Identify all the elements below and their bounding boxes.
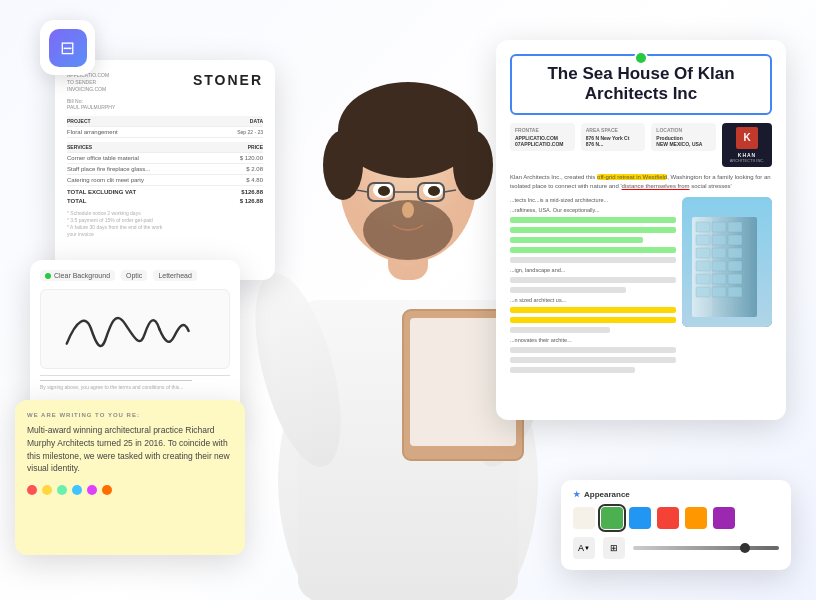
svg-rect-6 (712, 235, 726, 245)
appearance-panel: Appearance A ▼ ⊞ (561, 480, 791, 570)
document-content-area: ...tects Inc...is a mid-sized architectu… (510, 197, 772, 327)
slider-thumb[interactable] (740, 543, 750, 553)
highlight-1: off-grid retreat in Westfield (597, 174, 667, 180)
app-icon-symbol: ⊟ (60, 37, 75, 59)
svg-rect-3 (712, 222, 726, 232)
signature-card: Clear Background Optic Letterhead By sig… (30, 260, 240, 420)
document-text-column: ...tects Inc...is a mid-sized architectu… (510, 197, 676, 327)
note-dot-orange[interactable] (102, 485, 112, 495)
note-label: WE ARE WRITING TO YOU RE: (27, 412, 233, 418)
building-image (682, 197, 772, 327)
appearance-tools: A ▼ ⊞ (573, 537, 779, 559)
note-dot-blue[interactable] (72, 485, 82, 495)
project-value: Floral arrangement (67, 129, 118, 135)
price-label: PRICE (248, 144, 263, 150)
text-line-9 (510, 317, 676, 323)
text-line-2 (510, 227, 676, 233)
note-dot-yellow[interactable] (42, 485, 52, 495)
invoice-project-row: Floral arrangement Sep 22 - 23 (67, 127, 263, 138)
note-dot-red[interactable] (27, 485, 37, 495)
svg-rect-9 (712, 248, 726, 258)
svg-rect-4 (728, 222, 742, 232)
clear-background-button[interactable]: Clear Background (40, 270, 115, 281)
swatch-cream[interactable] (573, 507, 595, 529)
svg-point-37 (378, 186, 390, 196)
svg-point-38 (428, 186, 440, 196)
invoice-item-2: Staff place fire fireplace glass... $ 2.… (67, 164, 263, 175)
total-label: TOTAL (67, 198, 86, 204)
text-line-4 (510, 247, 676, 253)
khan-architects-logo: K KHAN ARCHITECTS INC. (722, 123, 772, 167)
svg-rect-19 (728, 287, 742, 297)
invoice-note: * Schedule notice 2 working days * 3.5 p… (67, 210, 263, 238)
text-line-10 (510, 327, 610, 333)
invoice-total-row: TOTAL EXCLUDING VAT $126.88 (67, 189, 263, 195)
text-line-7 (510, 287, 626, 293)
note-text: Multi-award winning architectural practi… (27, 424, 233, 475)
swatch-green[interactable] (601, 507, 623, 529)
svg-rect-16 (728, 274, 742, 284)
text-line-12 (510, 357, 676, 363)
invoice-card: APPLICATIO.COMTO SENDERINVOICING.COM Bil… (55, 60, 275, 280)
highlight-2: distance themselves from (622, 183, 690, 189)
invoice-services-header: SERVICES PRICE (67, 142, 263, 153)
building-svg (682, 197, 772, 327)
document-title-box: The Sea House Of Klan Architects Inc (510, 54, 772, 115)
data-value: Sep 22 - 23 (237, 129, 263, 135)
svg-point-33 (453, 130, 493, 200)
text-line-1 (510, 217, 676, 223)
total-value: $ 126.88 (240, 198, 263, 204)
clear-dot (45, 273, 51, 279)
svg-rect-15 (712, 274, 726, 284)
svg-rect-18 (712, 287, 726, 297)
logo-icon: K (736, 127, 758, 149)
swatch-blue[interactable] (629, 507, 651, 529)
opacity-slider[interactable] (633, 546, 779, 550)
invoice-project-header: PROJECT DATA (67, 116, 263, 127)
svg-rect-20 (692, 217, 712, 317)
text-line-3 (510, 237, 643, 243)
signature-canvas[interactable] (40, 289, 230, 369)
app-icon-card: ⊟ (40, 20, 95, 75)
invoice-item-3: Catering room clit meet party $ 4.80 (67, 175, 263, 186)
signature-toolbar: Clear Background Optic Letterhead (40, 270, 230, 281)
total-exc-value: $126.88 (241, 189, 263, 195)
appearance-title: Appearance (573, 490, 779, 499)
signature-svg (41, 290, 229, 368)
app-icon-inner: ⊟ (49, 29, 87, 67)
swatch-red[interactable] (657, 507, 679, 529)
doc-meta-frontae: Frontae APPLICATIO.COM07APPLICATIO.COM (510, 123, 575, 151)
total-exc-label: TOTAL EXCLUDING VAT (67, 189, 136, 195)
text-line-11 (510, 347, 676, 353)
doc-meta-area: Area Space 876 N New York Ct876 N... (581, 123, 646, 151)
document-meta: Frontae APPLICATIO.COM07APPLICATIO.COM A… (510, 123, 772, 167)
swatch-purple[interactable] (713, 507, 735, 529)
invoice-final-total: TOTAL $ 126.88 (67, 198, 263, 204)
text-line-6 (510, 277, 676, 283)
invoice-header: APPLICATIO.COMTO SENDERINVOICING.COM Bil… (67, 72, 263, 110)
svg-rect-12 (712, 261, 726, 271)
project-label: PROJECT (67, 118, 91, 124)
color-swatches (573, 507, 779, 529)
invoice-bill-info: Bill No:PAUL PAULMURPHY (67, 98, 115, 110)
grid-tool-button[interactable]: ⊞ (603, 537, 625, 559)
note-dot-green[interactable] (57, 485, 67, 495)
font-tool-button[interactable]: A ▼ (573, 537, 595, 559)
text-line-13 (510, 367, 635, 373)
services-label: SERVICES (67, 144, 92, 150)
svg-rect-13 (728, 261, 742, 271)
swatch-orange[interactable] (685, 507, 707, 529)
optic-button[interactable]: Optic (121, 270, 147, 281)
document-card: The Sea House Of Klan Architects Inc Fro… (496, 40, 786, 420)
letterhead-button[interactable]: Letterhead (153, 270, 196, 281)
svg-point-44 (402, 202, 414, 218)
doc-meta-location: Location ProductionNEW MEXICO, USA (651, 123, 716, 151)
svg-rect-10 (728, 248, 742, 258)
invoice-logo-area: APPLICATIO.COMTO SENDERINVOICING.COM Bil… (67, 72, 115, 110)
note-color-dots (27, 485, 233, 495)
note-card: WE ARE WRITING TO YOU RE: Multi-award wi… (15, 400, 245, 555)
text-line-8 (510, 307, 676, 313)
logo-subtitle: ARCHITECTS INC. (730, 158, 765, 163)
note-dot-purple[interactable] (87, 485, 97, 495)
invoice-item-1: Corner office table material $ 120.00 (67, 153, 263, 164)
